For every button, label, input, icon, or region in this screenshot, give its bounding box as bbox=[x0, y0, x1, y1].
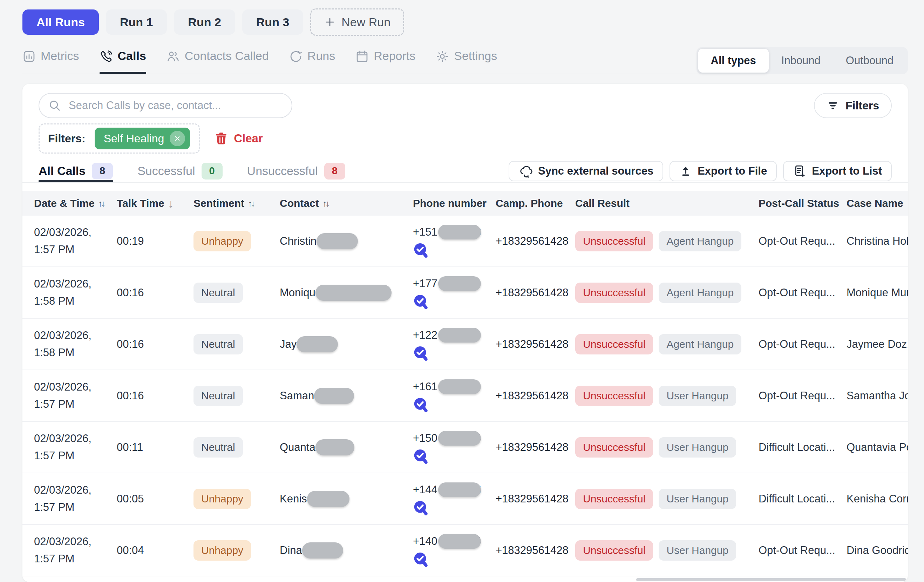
table-body: 02/03/2026,1:57 PM 00:19 Unhappy Christi… bbox=[22, 216, 908, 582]
sentiment-pill: Neutral bbox=[193, 386, 243, 406]
cell-call-result: Unsuccessful Agent Hangup bbox=[575, 283, 759, 303]
cell-talk-time: 00:16 bbox=[117, 390, 193, 402]
all-calls-count-badge: 8 bbox=[92, 163, 113, 180]
tab-unsuccessful[interactable]: Unsuccessful 8 bbox=[247, 160, 345, 182]
clear-filters-button[interactable]: Clear bbox=[214, 131, 263, 146]
column-header[interactable]: Talk Time ↑↓ ↓ bbox=[117, 197, 193, 210]
call-status-tabs: All Calls 8 Successful 0 Unsuccessful 8 … bbox=[38, 160, 892, 182]
tab-metrics[interactable]: Metrics bbox=[22, 49, 79, 74]
table-row[interactable]: 02/03/2026,1:58 PM 00:16 Neutral Moniqu … bbox=[22, 267, 908, 319]
sort-both-icon[interactable]: ↑↓ bbox=[248, 198, 254, 208]
run-tab-run-2[interactable]: Run 2 bbox=[174, 10, 235, 35]
table-row[interactable]: 02/03/2026,1:57 PM 00:16 Neutral Saman +… bbox=[22, 370, 908, 422]
cell-talk-time: 00:04 bbox=[117, 544, 193, 557]
cell-call-result: Unsuccessful Agent Hangup bbox=[575, 334, 759, 354]
tab-runs[interactable]: Runs bbox=[289, 49, 335, 74]
column-header[interactable]: Contact ↑↓ ↓ bbox=[280, 197, 413, 209]
cell-date-time: 02/03/2026,1:57 PM bbox=[34, 224, 117, 258]
table-row[interactable]: 02/03/2026,1:58 PM 00:16 Neutral Jay +12… bbox=[22, 319, 908, 370]
calls-dashboard: All Runs Run 1 Run 2 Run 3 New Run Metri… bbox=[0, 0, 924, 582]
export-to-file-button[interactable]: Export to File bbox=[670, 161, 777, 181]
redaction-blob bbox=[317, 233, 358, 249]
search-box[interactable] bbox=[38, 93, 292, 118]
cell-post-call-status: Opt-Out Requ... bbox=[759, 286, 846, 299]
search-input[interactable] bbox=[68, 99, 282, 112]
cell-post-call-status: Opt-Out Requ... bbox=[759, 544, 846, 557]
table-row[interactable]: 02/03/2026,1:57 PM 00:04 Unhappy Dina +1… bbox=[22, 525, 908, 576]
sentiment-pill: Unhappy bbox=[193, 489, 251, 509]
cell-case-name: Dina Goodrid... bbox=[846, 544, 908, 557]
cell-date-time: 02/03/2026,1:58 PM bbox=[34, 327, 117, 361]
cell-campaign-phone: +18329561428 bbox=[496, 338, 575, 351]
sort-desc-icon[interactable]: ↓ bbox=[168, 197, 174, 210]
cell-post-call-status: Opt-Out Requ... bbox=[759, 338, 846, 351]
hangup-reason-pill: Agent Hangup bbox=[658, 283, 741, 303]
cell-talk-time: 00:05 bbox=[117, 493, 193, 505]
verified-check-icon bbox=[413, 397, 428, 412]
export-to-list-button[interactable]: Export to List bbox=[783, 161, 892, 181]
tab-reports[interactable]: Reports bbox=[355, 49, 416, 74]
table-row[interactable]: 02/03/2026,1:57 PM 00:05 Unhappy Kenis +… bbox=[22, 473, 908, 525]
horizontal-scrollbar-thumb[interactable] bbox=[636, 578, 906, 581]
cell-sentiment: Unhappy bbox=[193, 489, 280, 509]
sentiment-pill: Unhappy bbox=[193, 231, 251, 251]
column-header[interactable]: Call Result ↑↓ ↓ bbox=[575, 197, 759, 209]
type-all[interactable]: All types bbox=[698, 49, 769, 73]
table-actions: Sync external sources Export to File Exp… bbox=[508, 161, 892, 181]
redaction-blob bbox=[438, 276, 481, 291]
filters-button[interactable]: Filters bbox=[814, 93, 892, 118]
column-header[interactable]: Post-Call Status ↑↓ ↓ bbox=[759, 197, 846, 209]
type-inbound[interactable]: Inbound bbox=[769, 49, 833, 73]
cell-call-result: Unsuccessful Agent Hangup bbox=[575, 231, 759, 251]
column-header[interactable]: Camp. Phone ↑↓ ↓ bbox=[496, 197, 575, 209]
search-row: Filters bbox=[38, 93, 892, 118]
table-row[interactable]: 02/03/2026,1:57 PM 00:19 Unhappy Christi… bbox=[22, 216, 908, 267]
tab-calls[interactable]: Calls bbox=[99, 49, 146, 74]
verified-check-icon bbox=[413, 294, 428, 309]
run-tab-all-runs[interactable]: All Runs bbox=[22, 10, 99, 35]
cell-sentiment: Neutral bbox=[193, 283, 280, 303]
column-header[interactable]: Date & Time ↑↓ ↓ bbox=[34, 197, 117, 209]
sort-both-icon[interactable]: ↑↓ bbox=[322, 198, 328, 208]
column-header[interactable]: Phone number ↑↓ ↓ bbox=[413, 197, 496, 209]
hangup-reason-pill: User Hangup bbox=[658, 540, 736, 561]
hangup-reason-pill: Agent Hangup bbox=[658, 334, 741, 354]
tab-all-calls[interactable]: All Calls 8 bbox=[38, 160, 113, 182]
new-run-label: New Run bbox=[342, 15, 391, 29]
successful-count-badge: 0 bbox=[201, 163, 223, 180]
cell-contact: Kenis bbox=[280, 491, 413, 507]
result-pill: Unsuccessful bbox=[575, 231, 653, 251]
plus-icon bbox=[324, 16, 336, 28]
redaction-blob bbox=[315, 439, 355, 455]
redaction-blob bbox=[438, 483, 481, 497]
cell-contact: Jay bbox=[280, 336, 413, 352]
run-tab-run-1[interactable]: Run 1 bbox=[106, 10, 167, 35]
cell-date-time: 02/03/2026,1:57 PM bbox=[34, 379, 117, 412]
tab-successful[interactable]: Successful 0 bbox=[137, 160, 222, 182]
search-icon bbox=[48, 99, 61, 112]
type-outbound[interactable]: Outbound bbox=[833, 49, 906, 73]
sentiment-pill: Neutral bbox=[193, 437, 243, 458]
tab-contacts-called[interactable]: Contacts Called bbox=[167, 49, 269, 74]
cell-contact: Saman bbox=[280, 388, 413, 404]
hangup-reason-pill: User Hangup bbox=[658, 489, 736, 509]
new-run-button[interactable]: New Run bbox=[310, 8, 404, 36]
cell-case-name: Jaymee Doz... bbox=[846, 338, 908, 351]
filter-chip-self-healing[interactable]: Self Healing bbox=[95, 127, 190, 149]
column-header[interactable]: Sentiment ↑↓ ↓ bbox=[193, 197, 280, 209]
cell-campaign-phone: +18329561428 bbox=[496, 286, 575, 299]
tab-settings[interactable]: Settings bbox=[436, 49, 497, 74]
sync-external-sources-button[interactable]: Sync external sources bbox=[508, 161, 663, 181]
calls-icon bbox=[99, 50, 113, 63]
run-tab-run-3[interactable]: Run 3 bbox=[242, 10, 303, 35]
cell-call-result: Unsuccessful User Hangup bbox=[575, 489, 759, 509]
filters-label: Filters: bbox=[48, 132, 86, 145]
remove-filter-icon[interactable] bbox=[170, 131, 185, 146]
cell-date-time: 02/03/2026,1:58 PM bbox=[34, 276, 117, 309]
table-row[interactable]: 02/03/2026,1:57 PM 00:11 Neutral Quanta … bbox=[22, 422, 908, 473]
cell-contact: Dina bbox=[280, 542, 413, 559]
cloud-sync-icon bbox=[518, 164, 533, 178]
sort-both-icon[interactable]: ↑↓ bbox=[98, 198, 104, 208]
cell-talk-time: 00:11 bbox=[117, 441, 193, 454]
column-header[interactable]: Case Name ↑↓ ↓ bbox=[846, 197, 908, 209]
